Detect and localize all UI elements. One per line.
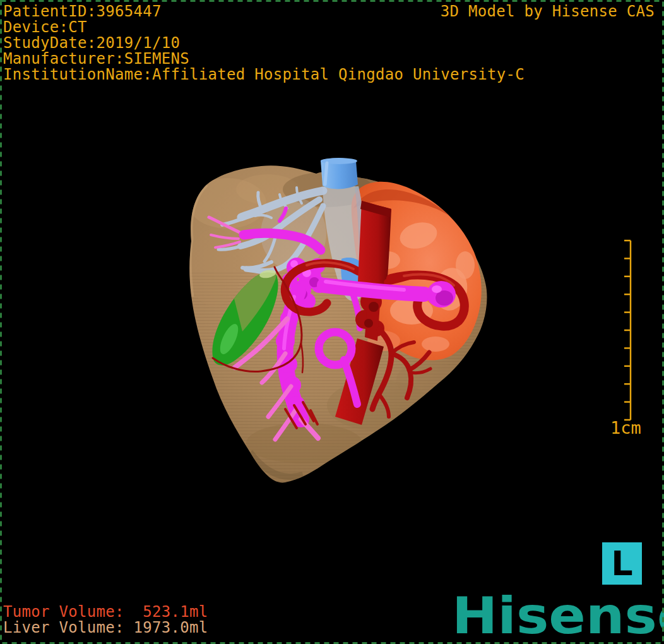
orientation-marker-left: L	[602, 542, 642, 585]
manufacturer-line: Manufacturer:SIEMENS	[3, 51, 525, 67]
device-line: Device:CT	[3, 20, 525, 35]
tumor-volume-line: Tumor Volume: 523.1ml	[3, 604, 208, 620]
volume-measurements: Tumor Volume: 523.1ml Liver Volume: 1973…	[3, 604, 208, 636]
scale-bar-label: 1cm	[610, 418, 641, 438]
viewer-canvas: { "header": { "title": "3D Model by Hise…	[0, 0, 664, 644]
model-title: 3D Model by Hisense CAS	[441, 4, 655, 20]
orientation-marker-label: L	[611, 544, 632, 583]
institution-line: InstitutionName:Affiliated Hospital Qing…	[3, 67, 525, 83]
liver-volume-line: Liver Volume: 1973.0ml	[3, 620, 208, 636]
model-3d-viewport[interactable]	[0, 0, 664, 644]
study-date-line: StudyDate:2019/1/10	[3, 35, 525, 51]
hisense-logo: Hisense	[452, 591, 664, 641]
